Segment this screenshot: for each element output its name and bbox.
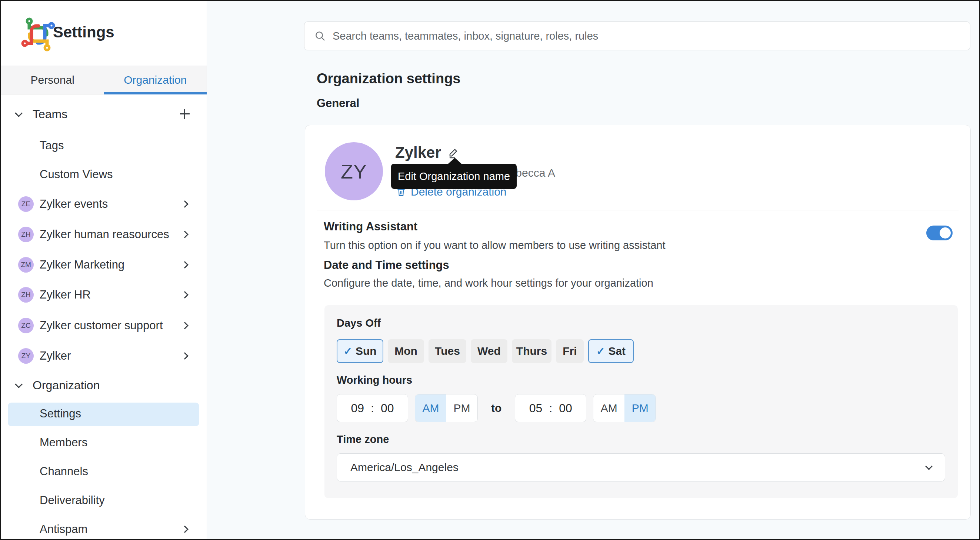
teams-section-label: Teams bbox=[33, 107, 67, 121]
active-item-highlight bbox=[8, 403, 199, 426]
start-meridiem-toggle: AM PM bbox=[415, 394, 478, 422]
day-button-sun[interactable]: ✓ Sun bbox=[337, 339, 383, 363]
main-content: Organization settings General ZY Zylker … bbox=[207, 1, 979, 539]
chevron-right-icon bbox=[181, 291, 189, 298]
days-off-label: Days Off bbox=[337, 317, 381, 329]
sidebar-item-tags[interactable]: Tags bbox=[1, 134, 207, 157]
sidebar-section-teams[interactable]: Teams bbox=[1, 103, 207, 125]
add-team-icon[interactable] bbox=[180, 109, 189, 119]
sidebar-item-settings[interactable]: Settings bbox=[1, 403, 207, 425]
check-icon: ✓ bbox=[343, 345, 352, 357]
datetime-panel: Days Off ✓ Sun Mon Tues Wed bbox=[325, 305, 958, 498]
sidebar-item-deliverability[interactable]: Deliverability bbox=[1, 489, 207, 511]
page-heading: Organization settings bbox=[317, 71, 460, 87]
sidebar-item-custom-views[interactable]: Custom Views bbox=[1, 163, 207, 186]
organization-name: Zylker bbox=[395, 144, 441, 161]
sidebar-tabs: Personal Organization bbox=[1, 65, 207, 94]
app-logo-icon bbox=[20, 16, 57, 53]
avatar: ZM bbox=[18, 257, 34, 272]
writing-assistant-toggle[interactable] bbox=[926, 226, 953, 241]
chevron-right-icon bbox=[181, 261, 189, 269]
section-heading: General bbox=[317, 97, 359, 110]
chevron-right-icon bbox=[181, 322, 189, 329]
tab-personal[interactable]: Personal bbox=[1, 65, 104, 94]
avatar: ZC bbox=[18, 318, 34, 333]
day-button-sat[interactable]: ✓ Sat bbox=[588, 339, 634, 363]
sidebar-item-antispam[interactable]: Antispam bbox=[1, 518, 207, 540]
time-zone-label: Time zone bbox=[337, 433, 389, 446]
sidebar-item-zylker[interactable]: ZY Zylker bbox=[1, 345, 207, 367]
day-button-fri[interactable]: Fri bbox=[556, 339, 584, 363]
start-time-input[interactable]: 09 : 00 bbox=[337, 394, 408, 422]
edit-name-tooltip: Edit Organization name bbox=[391, 164, 517, 189]
end-time-input[interactable]: 05 : 00 bbox=[515, 394, 586, 422]
chevron-right-icon bbox=[181, 201, 189, 208]
start-am-option[interactable]: AM bbox=[415, 395, 446, 422]
end-am-option[interactable]: AM bbox=[593, 395, 624, 422]
writing-assistant-description: Turn this option on if you want to allow… bbox=[324, 239, 665, 252]
tab-organization[interactable]: Organization bbox=[104, 65, 207, 94]
day-button-mon[interactable]: Mon bbox=[388, 339, 424, 363]
sidebar-item-zylker-events[interactable]: ZE Zylker events bbox=[1, 193, 207, 215]
day-button-tues[interactable]: Tues bbox=[428, 339, 466, 363]
page-title: Settings bbox=[53, 23, 115, 41]
day-button-thurs[interactable]: Thurs bbox=[512, 339, 552, 363]
edit-icon[interactable] bbox=[447, 147, 460, 159]
sidebar-item-zylker-customer-support[interactable]: ZC Zylker customer support bbox=[1, 314, 207, 337]
datetime-settings-label: Date and Time settings bbox=[324, 258, 449, 272]
search-icon bbox=[314, 30, 326, 42]
sidebar: Settings Personal Organization Teams Tag… bbox=[1, 1, 207, 539]
search-input[interactable] bbox=[332, 30, 960, 43]
organization-section-label: Organization bbox=[33, 379, 100, 392]
divider bbox=[317, 210, 959, 210]
chevron-down-icon bbox=[15, 380, 22, 388]
working-hours-label: Working hours bbox=[337, 374, 412, 386]
chevron-right-icon bbox=[181, 231, 189, 238]
day-button-wed[interactable]: Wed bbox=[471, 339, 508, 363]
sidebar-item-zylker-hr[interactable]: ZH Zylker HR bbox=[1, 284, 207, 306]
avatar: ZH bbox=[18, 287, 34, 303]
chevron-down-icon bbox=[925, 463, 932, 470]
end-meridiem-toggle: AM PM bbox=[593, 394, 656, 422]
end-pm-option[interactable]: PM bbox=[624, 395, 655, 422]
start-pm-option[interactable]: PM bbox=[446, 395, 477, 422]
writing-assistant-label: Writing Assistant bbox=[324, 220, 417, 233]
to-label: to bbox=[491, 402, 501, 414]
search-bar bbox=[304, 21, 970, 50]
toggle-knob bbox=[940, 228, 951, 239]
chevron-right-icon bbox=[181, 352, 189, 360]
sidebar-item-zylker-human-reasources[interactable]: ZH Zylker human reasources bbox=[1, 223, 207, 245]
settings-window: Settings Personal Organization Teams Tag… bbox=[0, 0, 980, 540]
check-icon: ✓ bbox=[596, 345, 605, 357]
avatar: ZE bbox=[18, 196, 34, 212]
sidebar-item-channels[interactable]: Channels bbox=[1, 460, 207, 483]
general-settings-card: ZY Zylker Rebecca A Delete organization … bbox=[305, 125, 971, 519]
organization-avatar: ZY bbox=[325, 142, 383, 201]
datetime-settings-description: Configure the date, time, and work hour … bbox=[324, 277, 653, 289]
working-hours-group: 09 : 00 AM PM to 05 : 00 AM bbox=[337, 394, 656, 422]
chevron-right-icon bbox=[181, 526, 189, 533]
days-off-group: ✓ Sun Mon Tues Wed Thurs bbox=[337, 339, 634, 363]
sidebar-section-organization[interactable]: Organization bbox=[1, 374, 207, 396]
time-zone-select[interactable]: America/Los_Angeles bbox=[337, 453, 945, 481]
avatar: ZY bbox=[18, 348, 34, 364]
sidebar-item-members[interactable]: Members bbox=[1, 432, 207, 454]
time-zone-value: America/Los_Angeles bbox=[350, 461, 926, 474]
chevron-down-icon bbox=[15, 109, 22, 117]
sidebar-item-zylker-marketing[interactable]: ZM Zylker Marketing bbox=[1, 254, 207, 276]
avatar: ZH bbox=[18, 227, 34, 242]
